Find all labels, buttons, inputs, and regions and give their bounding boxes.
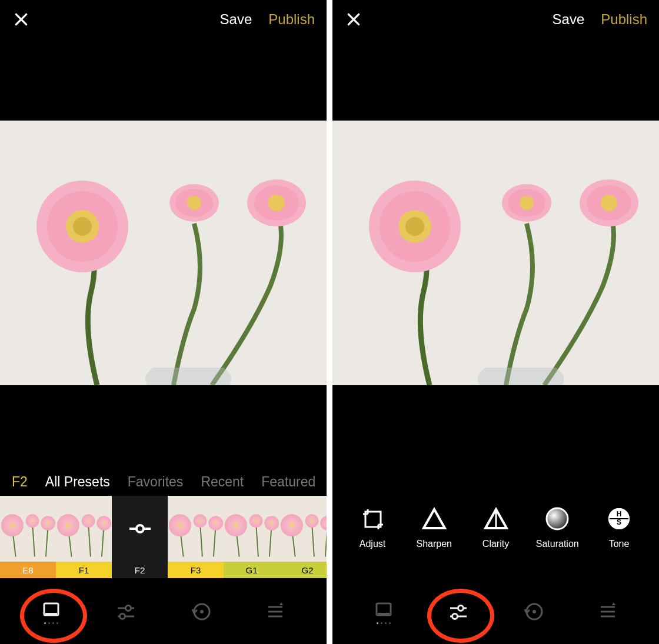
publish-button[interactable]: Publish	[268, 11, 315, 28]
tool-adjust[interactable]: Adjust	[343, 506, 402, 549]
editor-panel-presets: Save Publish F2 All Presets Favorites Re…	[0, 0, 327, 644]
toolbar-presets-icon[interactable]	[31, 591, 72, 632]
selected-preset-icon	[112, 496, 168, 562]
circle-gradient-icon	[544, 506, 570, 532]
tool-clarity[interactable]: Clarity	[467, 506, 525, 549]
toolbar-options-icon[interactable]	[587, 591, 628, 632]
preset-tile-g1[interactable]: G1	[224, 496, 279, 578]
preset-tile-g2[interactable]: G2	[279, 496, 327, 578]
tool-tone[interactable]: Tone	[590, 506, 648, 549]
toolbar-presets-icon[interactable]	[363, 591, 404, 632]
tab-current-preset[interactable]: F2	[12, 474, 28, 490]
preset-tile-f3[interactable]: F3	[168, 496, 224, 578]
close-icon[interactable]	[342, 8, 365, 31]
close-icon[interactable]	[9, 8, 33, 31]
save-button[interactable]: Save	[220, 11, 252, 28]
tool-sharpen[interactable]: Sharpen	[405, 506, 464, 549]
publish-button[interactable]: Publish	[601, 11, 647, 28]
toolbar-history-icon[interactable]	[180, 591, 221, 632]
header: Save Publish	[332, 0, 659, 39]
toolbar-sliders-icon[interactable]	[438, 591, 479, 632]
triangle-split-icon	[483, 506, 509, 532]
preset-tile-e8[interactable]: E8	[0, 496, 56, 578]
toolbar-history-icon[interactable]	[512, 591, 554, 632]
tab-recent[interactable]: Recent	[201, 474, 244, 490]
tools-strip[interactable]: Adjust Sharpen Clarity Saturation Tone	[332, 506, 659, 576]
header: Save Publish	[0, 0, 327, 39]
tab-all-presets[interactable]: All Presets	[45, 474, 110, 490]
preview-image[interactable]	[0, 121, 327, 385]
tool-saturation[interactable]: Saturation	[528, 506, 587, 549]
preset-tile-f2[interactable]: F2	[112, 496, 168, 578]
preset-category-tabs: F2 All Presets Favorites Recent Featured	[0, 469, 327, 495]
preset-tile-f1[interactable]: F1	[56, 496, 112, 578]
tab-featured[interactable]: Featured	[261, 474, 315, 490]
preview-image[interactable]	[332, 121, 659, 385]
toolbar-options-icon[interactable]	[255, 591, 296, 632]
triangle-icon	[421, 506, 447, 532]
bottom-toolbar	[0, 579, 327, 644]
editor-panel-tools: Save Publish Adjust Sharpen Clarity Satu…	[332, 0, 659, 644]
tab-favorites[interactable]: Favorites	[128, 474, 184, 490]
preset-strip[interactable]: E8 F1 F2 F3 G1 G2	[0, 496, 327, 578]
hs-icon	[606, 506, 632, 532]
crop-icon	[360, 506, 385, 532]
save-button[interactable]: Save	[553, 11, 585, 28]
toolbar-sliders-icon[interactable]	[105, 591, 147, 632]
bottom-toolbar	[332, 579, 659, 644]
